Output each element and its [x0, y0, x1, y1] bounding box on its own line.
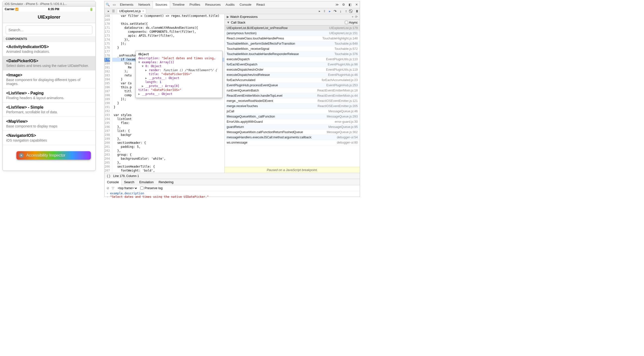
watch-expressions-header[interactable]: ▶ Watch Expressions + ⟳ — [225, 14, 360, 19]
line-number[interactable]: 181 — [104, 66, 110, 70]
code-line[interactable]: backgroundColor: 'white', — [112, 157, 224, 161]
drawer-tab-rendering[interactable]: Rendering — [156, 179, 176, 185]
line-number[interactable]: 204 — [104, 157, 110, 161]
code-line[interactable]: components: COMPONENTS.filter(filter), — [112, 30, 224, 34]
drawer-toggle-icon[interactable]: ≫ — [334, 3, 340, 6]
line-number[interactable]: 183 — [104, 74, 110, 78]
step-over-icon[interactable]: ↷ — [332, 9, 338, 13]
line-number[interactable]: 186 — [104, 86, 110, 89]
code-line[interactable]: sectionHeaderTitle: { — [112, 165, 224, 169]
line-number[interactable]: 196 — [104, 125, 110, 129]
code-line[interactable]: }, — [112, 149, 224, 153]
execution-context-select[interactable]: <top frame> — [117, 186, 138, 190]
line-number[interactable]: 203 — [104, 153, 110, 157]
collapse-icon[interactable]: ▼ — [227, 20, 230, 24]
async-checkbox[interactable] — [345, 21, 348, 24]
line-number[interactable]: 194 — [104, 117, 110, 121]
callstack-frame[interactable]: merge.receiveTouchesReactIOSEventEmitter… — [225, 104, 360, 109]
callstack-frame[interactable]: TouchableMixin._receiveSignalTouchable.j… — [225, 46, 360, 52]
code-line[interactable]: }, — [112, 137, 224, 141]
preserve-log-toggle[interactable]: Preserve log — [140, 186, 162, 190]
line-number[interactable]: 176 — [104, 46, 110, 50]
settings-icon[interactable]: ⚙ — [340, 3, 347, 6]
line-number[interactable]: 200 — [104, 141, 110, 145]
step-out-icon[interactable]: ↑ — [343, 9, 349, 13]
filter-icon[interactable]: ▽ — [112, 186, 114, 190]
line-number[interactable]: 180 — [104, 62, 110, 66]
list-item[interactable]: <ListView> - SimplePerformant, scrollabl… — [3, 103, 95, 117]
callstack-frame[interactable]: UIExplorerList.$UIExplorerList_onPressRo… — [225, 25, 360, 31]
line-number[interactable]: 187 — [104, 89, 110, 93]
list-item[interactable]: <MapView>Base component to display maps — [3, 117, 95, 131]
tab-elements[interactable]: Elements — [118, 1, 136, 8]
expand-icon[interactable]: ▶ — [142, 84, 144, 88]
line-number[interactable]: 177 — [104, 50, 110, 54]
code-line[interactable]: fontWeight: 'bold', — [112, 169, 224, 173]
list-item[interactable]: <NavigatorIOS>iOS navigation capabilitie… — [3, 131, 95, 145]
list-item[interactable]: <Image>Base component for displaying dif… — [3, 70, 95, 89]
code-line[interactable]: flex: — [112, 121, 224, 125]
expand-icon[interactable]: ▶ — [138, 92, 140, 96]
code-line[interactable]: padding: 5, — [112, 145, 224, 149]
line-number[interactable]: 202 — [104, 149, 110, 153]
line-number[interactable]: 171 — [104, 26, 110, 30]
line-number[interactable]: 198 — [104, 133, 110, 137]
callstack-frame[interactable]: EventPluginHub.processEventQueueEventPlu… — [225, 83, 360, 88]
callstack-frame[interactable]: ErrorUtils.applyWithGuarderror-guard.js:… — [225, 119, 360, 125]
code-line[interactable]: group: { — [112, 153, 224, 157]
line-number[interactable]: 185 — [104, 82, 110, 86]
file-tab[interactable]: UIExplorerList.js × — [117, 9, 146, 13]
callstack-frame[interactable]: MessageQueueMixin.callFunctionReturnFlus… — [225, 130, 360, 135]
callstack-frame[interactable]: guardReturnMessageQueue.js:95 — [225, 125, 360, 130]
callstack-frame[interactable]: React.createClass.touchableHandlePressTo… — [225, 36, 360, 41]
line-number[interactable]: 199 — [104, 137, 110, 141]
close-file-icon[interactable]: × — [142, 9, 144, 13]
callstack-frame[interactable]: executeDispatchesInOrderEventPluginUtils… — [225, 67, 360, 72]
line-number[interactable]: 191 — [104, 105, 110, 109]
code-line[interactable]: sectionHeader: { — [112, 141, 224, 145]
line-number[interactable]: 173 — [104, 34, 110, 38]
code-line[interactable]: } — [112, 46, 224, 50]
drawer-tab-console[interactable]: Console — [104, 179, 122, 185]
code-line[interactable]: dataSource: ds.cloneWithRowsAndSections(… — [112, 26, 224, 30]
drawer-tab-search[interactable]: Search — [122, 179, 137, 185]
tab-resources[interactable]: Resources — [203, 1, 223, 8]
code-line[interactable]: var filter = (component) => regex.test(c… — [112, 14, 224, 18]
code-line[interactable]: } — [112, 105, 224, 109]
line-number[interactable]: 190 — [104, 101, 110, 105]
search-input[interactable] — [6, 25, 92, 34]
line-number[interactable]: 172 — [104, 30, 110, 34]
code-line[interactable]: }, — [112, 125, 224, 129]
callstack-frame[interactable]: runEventQueueInBatchReactEventEmitterMix… — [225, 88, 360, 93]
code-line[interactable]: apis: APIS.filter(filter), — [112, 34, 224, 38]
line-number[interactable]: 168 — [104, 14, 110, 18]
line-number[interactable]: 206 — [104, 165, 110, 169]
tab-timeline[interactable]: Timeline — [170, 1, 187, 8]
line-number[interactable]: 170 — [104, 22, 110, 26]
tab-profiles[interactable]: Profiles — [187, 1, 202, 8]
list-item[interactable]: <ActivityIndicatorIOS>Animated loading i… — [3, 42, 95, 56]
line-number[interactable]: 182 — [104, 70, 110, 74]
line-number[interactable]: 178 — [104, 54, 110, 58]
tab-network[interactable]: Network — [136, 1, 153, 8]
code-line[interactable]: }); — [112, 42, 224, 46]
clear-console-icon[interactable]: ⊘ — [106, 186, 109, 190]
deactivate-breakpoints-icon[interactable]: ⃠ — [349, 9, 354, 13]
code-line[interactable] — [112, 109, 224, 113]
expand-icon[interactable]: ▶ — [227, 15, 229, 18]
line-number[interactable]: 192 — [104, 109, 110, 113]
code-line[interactable]: listCont — [112, 117, 224, 121]
pause-mode-icon[interactable]: ⫴ — [322, 9, 327, 13]
run-snippet-icon[interactable]: ▸ — [317, 9, 322, 13]
line-number[interactable]: 179 — [104, 58, 110, 62]
code-line[interactable]: }); — [112, 97, 224, 101]
line-number[interactable]: 201 — [104, 145, 110, 149]
accessibility-inspector-badge[interactable]: ✕ Accessibility Inspector — [16, 151, 91, 160]
nav-list-icon[interactable]: ☰ — [111, 9, 116, 13]
list-item[interactable]: <DatePickerIOS>Select dates and times us… — [3, 56, 95, 70]
search-icon[interactable]: 🔍 — [104, 3, 111, 6]
callstack-frame[interactable]: TouchableMixin._performSideEffectsForTra… — [225, 41, 360, 46]
callstack-frame[interactable]: (anonymous function)UIExplorerList.js:15… — [225, 31, 360, 36]
expand-icon[interactable]: ▶ — [145, 68, 147, 72]
callstack-frame[interactable]: ReactEventEmitterMixin.handleTopLevelRea… — [225, 93, 360, 98]
